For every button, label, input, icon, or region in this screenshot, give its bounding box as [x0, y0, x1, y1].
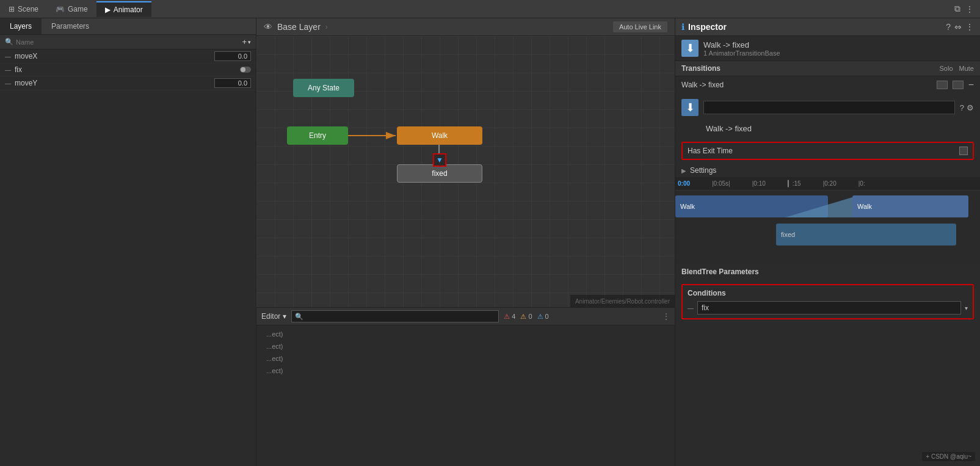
- list-item: ...ect): [261, 328, 670, 340]
- list-item: ...ect): [261, 340, 670, 352]
- console-items: ...ect) ...ect) ...ect) ...ect): [256, 326, 675, 379]
- fixed-track: fixed: [776, 224, 956, 246]
- warn-icon: ⚠: [520, 313, 526, 321]
- transition-overlay: [785, 195, 858, 217]
- list-item: ...ect): [261, 352, 670, 365]
- search-icon: 🔍: [5, 38, 13, 46]
- main-layout: Layers Parameters 🔍 + ▾ — moveX: [0, 18, 980, 466]
- timeline-tracks: Walk Walk fixed: [675, 191, 980, 264]
- inspector-panel: ℹ Inspector ? ⇔ ⋮ ⬇ Walk -> fixed 1 Anim…: [675, 18, 980, 466]
- list-item: ...ect): [261, 365, 670, 377]
- inspector-sub-header: ⬇ Walk -> fixed 1 AnimatorTransitionBase: [675, 36, 980, 60]
- params-list: — moveX — fix — moveY: [0, 49, 256, 90]
- conditions-section: Conditions — fix moveX moveY ▾: [681, 284, 974, 319]
- param-row-moveY: — moveY: [0, 76, 256, 90]
- state-any-state[interactable]: Any State: [293, 79, 354, 97]
- params-add-button[interactable]: + ▾: [242, 37, 251, 46]
- walk-fixed-label: Walk -> fixed: [675, 122, 980, 138]
- inspector-more-button[interactable]: ⋮: [965, 22, 974, 32]
- transitions-section-header: Transitions Solo Mute: [675, 60, 980, 76]
- info-badge[interactable]: ⚠ 0: [537, 313, 549, 321]
- transition-row[interactable]: Walk -> fixed −: [675, 76, 980, 94]
- inspector-actions: ? ⇔ ⋮: [946, 22, 974, 32]
- transition-indicator[interactable]: ▼: [433, 153, 446, 167]
- param-value-moveX[interactable]: [214, 51, 251, 61]
- mute-checkbox[interactable]: [953, 81, 964, 89]
- console-search-input[interactable]: [291, 310, 499, 322]
- has-exit-time-section: Has Exit Time: [681, 142, 974, 160]
- inspector-header: ℹ Inspector ? ⇔ ⋮: [675, 18, 980, 36]
- inspector-icon: ℹ: [681, 22, 684, 32]
- settings-button[interactable]: ⚙: [967, 103, 974, 112]
- inspector-help-button[interactable]: ?: [946, 22, 951, 32]
- eye-icon[interactable]: 👁: [264, 22, 272, 32]
- animator-footer: Animator/Enemies/Robot.controller: [570, 295, 675, 307]
- left-panel-tabs: Layers Parameters: [0, 18, 256, 35]
- csdn-badge: + CSDN @aqiu~: [922, 452, 975, 461]
- tab-scene[interactable]: ⊞ Scene: [0, 2, 47, 16]
- param-toggle-fix[interactable]: [240, 67, 251, 73]
- transition-down-icon: ⬇: [681, 99, 699, 116]
- svg-marker-3: [785, 195, 858, 217]
- top-tab-bar: ⊞ Scene 🎮 Game ▶ Animator ⧉ ⋮: [0, 0, 980, 18]
- window-more-button[interactable]: ⋮: [965, 4, 974, 14]
- error-badge[interactable]: ⚠ 4: [504, 313, 515, 321]
- chevron-down-icon: ▾: [965, 305, 968, 311]
- search-container: 🔍: [291, 310, 499, 322]
- remove-transition-button[interactable]: −: [968, 79, 974, 90]
- inspector-layout-button[interactable]: ⇔: [954, 22, 962, 32]
- bottom-toolbar: Editor ▾ 🔍 ⚠ 4 ⚠ 0 ⚠ 0: [256, 308, 675, 326]
- tab-animator[interactable]: ▶ Animator: [96, 1, 151, 17]
- center-area: 👁 Base Layer › Auto Live Link: [256, 18, 675, 466]
- filter-icon: ▼: [436, 156, 443, 164]
- breadcrumb-arrow: ›: [325, 23, 328, 31]
- tab-layers[interactable]: Layers: [0, 18, 42, 34]
- game-icon: 🎮: [56, 5, 65, 13]
- auto-live-link-button[interactable]: Auto Live Link: [613, 21, 667, 32]
- settings-toggle[interactable]: ▶ Settings: [681, 166, 974, 175]
- state-entry[interactable]: Entry: [287, 126, 348, 145]
- transition-icon: ⬇: [681, 40, 699, 57]
- tab-parameters[interactable]: Parameters: [42, 18, 99, 34]
- animator-canvas[interactable]: Any State Entry Walk ▼ fixed: [256, 36, 675, 307]
- params-header: 🔍 + ▾: [0, 35, 256, 49]
- chevron-right-icon: ▶: [681, 167, 686, 174]
- timeline-ruler: 0:00 |0:05s| |0:10 ▎:15 |0:20 |0:: [675, 177, 980, 191]
- left-panel: Layers Parameters 🔍 + ▾ — moveX: [0, 18, 256, 466]
- animator-header: 👁 Base Layer › Auto Live Link: [256, 18, 675, 36]
- blend-tree-params: BlendTree Parameters: [675, 264, 980, 280]
- bottom-panel: Editor ▾ 🔍 ⚠ 4 ⚠ 0 ⚠ 0: [256, 307, 675, 466]
- walk2-track: Walk: [852, 195, 968, 217]
- editor-dropdown[interactable]: Editor ▾: [261, 312, 286, 321]
- tab-game[interactable]: 🎮 Game: [47, 2, 96, 16]
- solo-checkbox[interactable]: [937, 81, 948, 89]
- animator-area: 👁 Base Layer › Auto Live Link: [256, 18, 675, 307]
- state-walk[interactable]: Walk: [397, 126, 482, 145]
- help-button[interactable]: ?: [960, 103, 964, 112]
- has-exit-time-checkbox[interactable]: [959, 147, 968, 155]
- param-value-moveY[interactable]: [214, 78, 251, 88]
- param-row-moveX: — moveX: [0, 49, 256, 64]
- param-row-fix: — fix: [0, 64, 256, 76]
- animator-icon: ▶: [105, 5, 111, 14]
- walk-fixed-section: ⬇ ? ⚙: [675, 94, 980, 122]
- error-icon: ⚠: [504, 313, 510, 321]
- warn-badge[interactable]: ⚠ 0: [520, 313, 532, 321]
- bottom-more-button[interactable]: ⋮: [662, 312, 670, 321]
- search-icon: 🔍: [295, 313, 303, 321]
- chevron-down-icon: ▾: [283, 312, 286, 321]
- state-fixed[interactable]: fixed: [397, 164, 482, 183]
- window-pin-button[interactable]: ⧉: [954, 4, 960, 14]
- settings-section: ▶ Settings: [675, 164, 980, 177]
- info-icon: ⚠: [537, 313, 543, 321]
- chevron-down-icon: ▾: [248, 39, 251, 45]
- condition-row: — fix moveX moveY ▾: [688, 301, 968, 315]
- params-search-input[interactable]: [16, 38, 101, 46]
- condition-param-dropdown[interactable]: fix moveX moveY: [697, 301, 961, 315]
- scene-icon: ⊞: [9, 5, 15, 13]
- transition-name-input[interactable]: [703, 101, 955, 114]
